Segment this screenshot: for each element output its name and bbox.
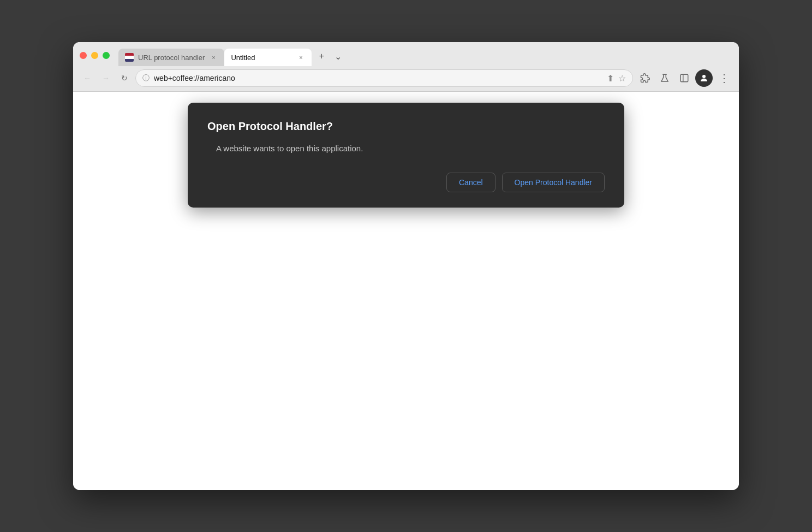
share-button[interactable]: ⬆ [607, 73, 614, 84]
tab-label: Untitled [231, 54, 292, 62]
tab-close-button[interactable]: × [296, 53, 305, 62]
tab-label: URL protocol handler [138, 54, 205, 62]
dialog-title: Open Protocol Handler? [207, 120, 605, 133]
close-button[interactable] [80, 52, 87, 59]
new-tab-button[interactable]: + [314, 49, 329, 64]
sidebar-button[interactable] [676, 69, 693, 87]
tabs-row: URL protocol handler × Untitled × + ⌄ [118, 49, 732, 66]
tab-url-protocol-handler[interactable]: URL protocol handler × [118, 49, 224, 66]
title-bar: URL protocol handler × Untitled × + ⌄ [73, 42, 739, 66]
svg-rect-0 [680, 74, 688, 82]
url-input[interactable]: ⓘ web+coffee://americano ⬆ ☆ [135, 69, 633, 87]
cancel-button[interactable]: Cancel [446, 173, 495, 192]
open-protocol-handler-button[interactable]: Open Protocol Handler [502, 173, 605, 192]
maximize-button[interactable] [103, 52, 110, 59]
browser-window: URL protocol handler × Untitled × + ⌄ ← [73, 42, 739, 490]
url-text: web+coffee://americano [154, 74, 602, 82]
tabs-container: URL protocol handler × Untitled × + ⌄ [80, 49, 732, 66]
traffic-lights [80, 52, 118, 63]
dialog-message: A website wants to open this application… [216, 144, 605, 153]
page-content: Open Protocol Handler? A website wants t… [73, 92, 739, 490]
bookmark-button[interactable]: ☆ [618, 73, 626, 84]
extensions-button[interactable] [636, 69, 654, 87]
menu-button[interactable]: ⋮ [715, 69, 732, 87]
tab-list-button[interactable]: ⌄ [330, 49, 345, 64]
protocol-handler-dialog: Open Protocol Handler? A website wants t… [188, 103, 624, 208]
tab-actions: + ⌄ [312, 49, 345, 66]
address-bar: ← → ↻ ⓘ web+coffee://americano ⬆ ☆ [73, 66, 739, 92]
refresh-button[interactable]: ↻ [117, 70, 132, 86]
lab-button[interactable] [656, 69, 673, 87]
back-button[interactable]: ← [80, 70, 95, 86]
svg-point-2 [702, 75, 706, 78]
dialog-overlay: Open Protocol Handler? A website wants t… [73, 92, 739, 490]
info-icon: ⓘ [142, 73, 150, 83]
dialog-buttons: Cancel Open Protocol Handler [207, 173, 605, 192]
forward-button[interactable]: → [98, 70, 114, 86]
minimize-button[interactable] [91, 52, 98, 59]
tab-untitled[interactable]: Untitled × [224, 49, 312, 66]
profile-button[interactable] [695, 69, 713, 87]
tab-favicon-icon [125, 53, 134, 62]
tab-close-button[interactable]: × [209, 53, 218, 62]
toolbar-icons: ⋮ [636, 69, 732, 87]
